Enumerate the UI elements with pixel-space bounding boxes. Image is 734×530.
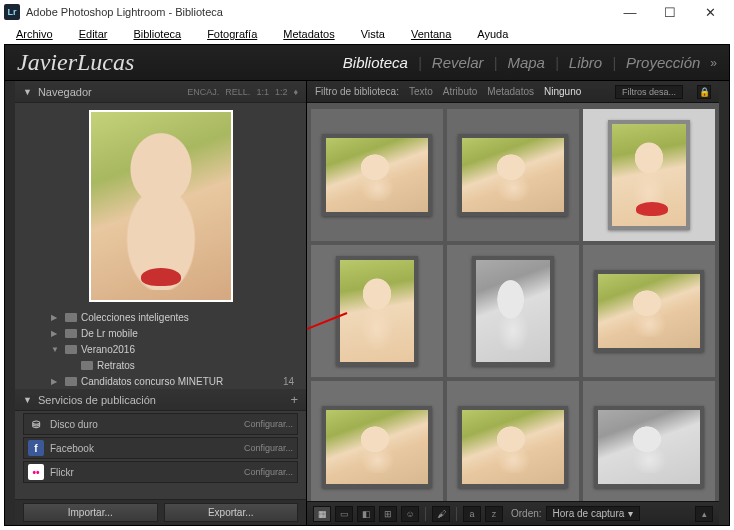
thumbnail [472, 256, 554, 366]
grid-cell[interactable] [311, 245, 443, 377]
window-maximize-button[interactable]: ☐ [650, 0, 690, 24]
collection-row[interactable]: ▶De Lr mobile [15, 325, 306, 341]
menu-biblioteca[interactable]: Biblioteca [121, 26, 193, 42]
folder-icon [65, 377, 77, 386]
navigator-title: Navegador [38, 86, 92, 98]
facebook-icon: f [28, 440, 44, 456]
grid-cell[interactable] [583, 245, 715, 377]
sort-asc-icon[interactable]: a [463, 506, 481, 522]
nav-rell[interactable]: RELL. [225, 87, 250, 97]
survey-view-icon[interactable]: ⊞ [379, 506, 397, 522]
collection-row[interactable]: ▼Verano2016 [15, 341, 306, 357]
grid-toolbar: ▦ ▭ ◧ ⊞ ☺ 🖌 a z Orden: Hora de captura▾ … [307, 501, 719, 525]
module-mapa[interactable]: Mapa [507, 54, 545, 71]
thumbnail [458, 134, 568, 216]
menu-bar: Archivo Editar Biblioteca Fotografía Met… [0, 24, 734, 44]
people-view-icon[interactable]: ☺ [401, 506, 419, 522]
filter-tab-ninguno[interactable]: Ninguno [544, 86, 581, 97]
painter-icon[interactable]: 🖌 [432, 506, 450, 522]
publish-service-flickr[interactable]: •• FlickrConfigurar... [23, 461, 298, 483]
smart-collection-icon [65, 313, 77, 322]
library-filter-bar: Filtro de biblioteca: Texto Atributo Met… [307, 81, 719, 103]
folder-icon [65, 345, 77, 354]
grid-cell[interactable] [447, 245, 579, 377]
folder-icon [81, 361, 93, 370]
filter-lock-icon[interactable]: 🔒 [697, 85, 711, 99]
collection-row[interactable]: Retratos [15, 357, 306, 373]
menu-metadatos[interactable]: Metadatos [271, 26, 346, 42]
import-button[interactable]: Importar... [23, 503, 158, 522]
flickr-icon: •• [28, 464, 44, 480]
right-panel-rail[interactable] [719, 81, 729, 525]
grid-cell[interactable] [311, 381, 443, 501]
grid-view-icon[interactable]: ▦ [313, 506, 331, 522]
nav-encaj[interactable]: ENCAJ. [187, 87, 219, 97]
collections-tree: ▶Colecciones inteligentes ▶De Lr mobile … [15, 309, 306, 389]
configure-link[interactable]: Configurar... [244, 443, 293, 453]
thumbnail [322, 406, 432, 488]
chevron-down-icon: ▾ [628, 508, 633, 519]
nav-zoom-stepper-icon[interactable]: ♦ [293, 87, 298, 97]
window-title: Adobe Photoshop Lightroom - Biblioteca [26, 6, 223, 18]
thumbnail [608, 120, 690, 230]
left-panel-rail[interactable] [5, 81, 15, 525]
identity-plate: JavierLucas Biblioteca| Revelar| Mapa| L… [5, 45, 729, 81]
filter-label: Filtro de biblioteca: [315, 86, 399, 97]
thumbnail [594, 406, 704, 488]
configure-link[interactable]: Configurar... [244, 467, 293, 477]
sort-combo[interactable]: Hora de captura▾ [546, 506, 641, 521]
thumbnail [594, 270, 704, 352]
grid-cell[interactable] [311, 109, 443, 241]
window-minimize-button[interactable]: — [610, 0, 650, 24]
grid-cell-selected[interactable] [583, 109, 715, 241]
configure-link[interactable]: Configurar... [244, 419, 293, 429]
publish-title: Servicios de publicación [38, 394, 156, 406]
navigator-preview[interactable] [15, 103, 306, 309]
module-revelar[interactable]: Revelar [432, 54, 484, 71]
add-publish-service-button[interactable]: + [290, 392, 298, 407]
thumbnail [458, 406, 568, 488]
export-button[interactable]: Exportar... [164, 503, 299, 522]
publish-service-disk[interactable]: ⛁ Disco duroConfigurar... [23, 413, 298, 435]
left-panel: ▼ Navegador ENCAJ. RELL. 1:1 1:2 ♦ ▶Cole… [15, 81, 307, 525]
menu-archivo[interactable]: Archivo [4, 26, 65, 42]
menu-vista[interactable]: Vista [349, 26, 397, 42]
grid-cell[interactable] [447, 109, 579, 241]
nav-1-1[interactable]: 1:1 [256, 87, 269, 97]
thumbnail-grid [307, 103, 719, 501]
app-logo-icon: Lr [4, 4, 20, 20]
menu-ayuda[interactable]: Ayuda [465, 26, 520, 42]
module-proyeccion[interactable]: Proyección [626, 54, 700, 71]
menu-fotografia[interactable]: Fotografía [195, 26, 269, 42]
collection-row[interactable]: ▶Colecciones inteligentes [15, 309, 306, 325]
collection-row[interactable]: ▶Candidatos concurso MINETUR14 [15, 373, 306, 389]
window-close-button[interactable]: ✕ [690, 0, 730, 24]
nav-1-2[interactable]: 1:2 [275, 87, 288, 97]
sort-label: Orden: [511, 508, 542, 519]
menu-editar[interactable]: Editar [67, 26, 120, 42]
filter-tab-atributo[interactable]: Atributo [443, 86, 477, 97]
thumbnail [322, 134, 432, 216]
module-biblioteca[interactable]: Biblioteca [343, 54, 408, 71]
menu-ventana[interactable]: Ventana [399, 26, 463, 42]
sort-desc-icon[interactable]: z [485, 506, 503, 522]
folder-icon [65, 329, 77, 338]
filter-tab-texto[interactable]: Texto [409, 86, 433, 97]
chevron-down-icon: ▼ [23, 395, 32, 405]
publish-header[interactable]: ▼ Servicios de publicación + [15, 389, 306, 411]
toolbar-menu-icon[interactable]: ▴ [695, 506, 713, 522]
disk-icon: ⛁ [28, 416, 44, 432]
identity-brand: JavierLucas [17, 49, 134, 76]
navigator-header[interactable]: ▼ Navegador ENCAJ. RELL. 1:1 1:2 ♦ [15, 81, 306, 103]
grid-cell[interactable] [583, 381, 715, 501]
loupe-view-icon[interactable]: ▭ [335, 506, 353, 522]
chevron-down-icon: ▼ [23, 87, 32, 97]
publish-service-facebook[interactable]: f FacebookConfigurar... [23, 437, 298, 459]
filter-tab-metadatos[interactable]: Metadatos [487, 86, 534, 97]
filter-preset-combo[interactable]: Filtros desa... [615, 85, 683, 99]
module-more-icon[interactable]: » [710, 56, 717, 70]
window-titlebar: Lr Adobe Photoshop Lightroom - Bibliotec… [0, 0, 734, 24]
module-libro[interactable]: Libro [569, 54, 602, 71]
compare-view-icon[interactable]: ◧ [357, 506, 375, 522]
grid-cell[interactable] [447, 381, 579, 501]
